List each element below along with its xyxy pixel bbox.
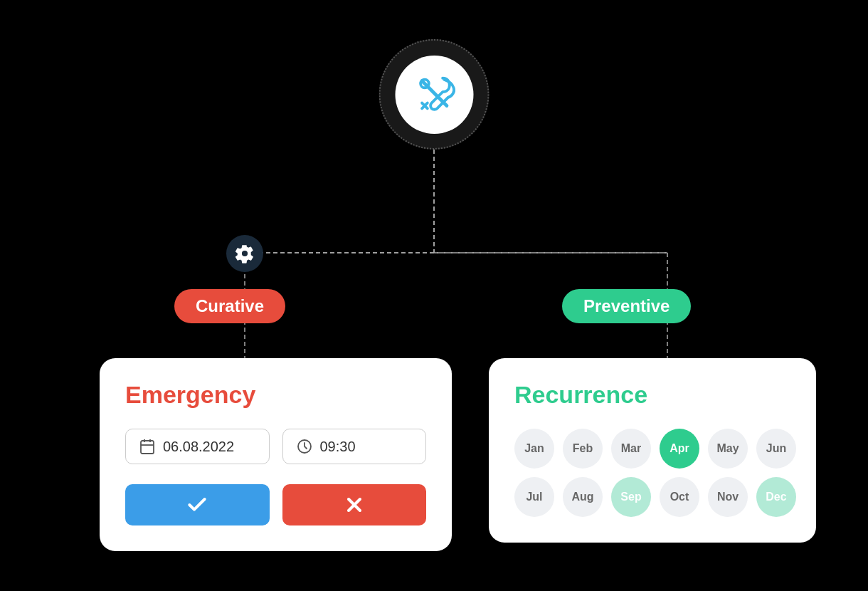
month-chip-apr[interactable]: Apr [660,429,699,469]
month-chip-jan[interactable]: Jan [514,429,554,469]
recurrence-title: Recurrence [514,381,790,409]
main-diagram: Curative Preventive Emergency 06.08.2022 [43,25,825,566]
emergency-actions [125,484,426,525]
top-maintenance-icon [379,39,489,150]
clock-icon [296,438,313,455]
calendar-icon [139,438,156,455]
checkmark-icon [186,493,208,516]
time-field[interactable]: 09:30 [282,429,427,464]
month-chip-feb[interactable]: Feb [563,429,603,469]
month-chip-mar[interactable]: Mar [611,429,651,469]
cancel-button[interactable] [282,484,427,525]
month-chip-oct[interactable]: Oct [660,477,699,517]
emergency-card: Emergency 06.08.2022 09:30 [100,358,452,551]
month-chip-may[interactable]: May [708,429,748,469]
month-chip-nov[interactable]: Nov [708,477,748,517]
month-chip-jul[interactable]: Jul [514,477,554,517]
svg-rect-13 [141,441,154,454]
emergency-title: Emergency [125,381,426,409]
x-icon [343,493,366,516]
confirm-button[interactable] [125,484,270,525]
month-chip-jun[interactable]: Jun [756,429,796,469]
gear-icon [235,244,255,263]
preventive-badge: Preventive [562,289,691,323]
month-chip-sep[interactable]: Sep [611,477,651,517]
curative-badge: Curative [174,289,285,323]
date-value: 06.08.2022 [163,439,234,455]
emergency-fields: 06.08.2022 09:30 [125,429,426,464]
months-grid: JanFebMarAprMayJunJulAugSepOctNovDec [514,429,790,517]
gear-node [226,235,263,272]
tools-wrench-icon [412,71,456,118]
time-value: 09:30 [320,439,356,455]
date-field[interactable]: 06.08.2022 [125,429,270,464]
month-chip-aug[interactable]: Aug [563,477,603,517]
recurrence-card: Recurrence JanFebMarAprMayJunJulAugSepOc… [489,358,816,543]
month-chip-dec[interactable]: Dec [756,477,796,517]
